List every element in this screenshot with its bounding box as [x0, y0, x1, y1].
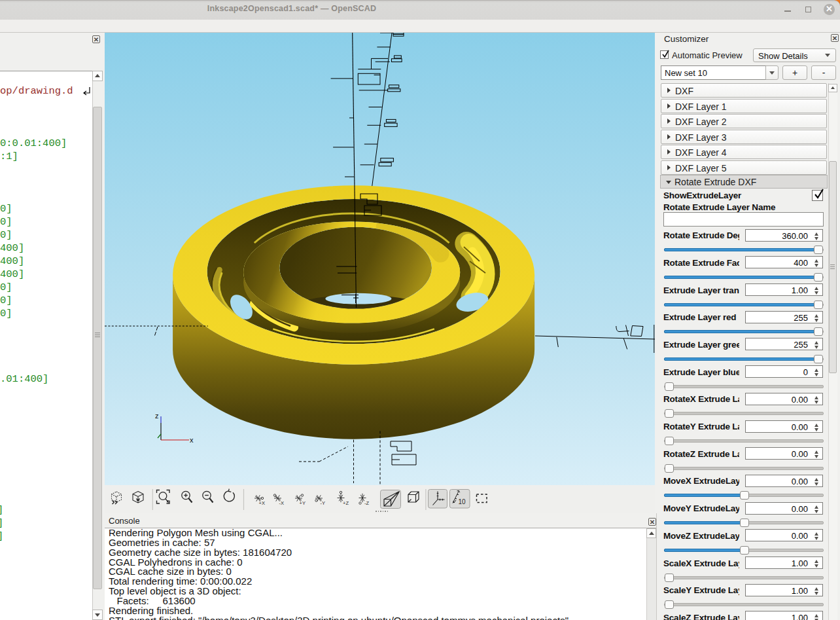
svg-text:10: 10: [459, 498, 466, 505]
svg-text:x: x: [190, 436, 194, 444]
svg-text:+Z: +Z: [343, 500, 349, 506]
svg-text:z: z: [155, 412, 159, 420]
svg-text:-X: -X: [279, 500, 285, 506]
svg-text:-Y: -Y: [321, 500, 326, 506]
svg-text:+X: +X: [259, 500, 265, 506]
svg-text:+Y: +Y: [300, 500, 306, 506]
svg-text:-Z: -Z: [364, 500, 369, 506]
